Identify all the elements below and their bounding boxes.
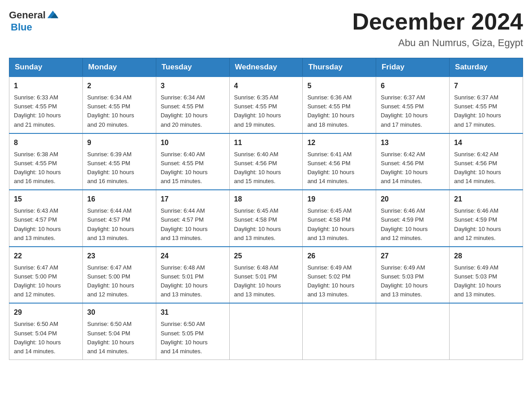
- day-number: 28: [454, 251, 518, 261]
- day-number: 10: [161, 137, 225, 148]
- table-row: 13Sunrise: 6:42 AMSunset: 4:56 PMDayligh…: [376, 133, 450, 190]
- day-number: 29: [14, 307, 78, 318]
- day-number: 6: [381, 81, 445, 91]
- table-row: 15Sunrise: 6:43 AMSunset: 4:57 PMDayligh…: [9, 190, 83, 247]
- day-number: 22: [14, 251, 78, 261]
- col-header-saturday: Saturday: [450, 58, 523, 77]
- table-row: 27Sunrise: 6:49 AMSunset: 5:03 PMDayligh…: [376, 247, 450, 304]
- day-number: 31: [161, 307, 225, 318]
- day-number: 12: [307, 137, 371, 148]
- day-number: 21: [454, 194, 518, 205]
- day-number: 18: [234, 194, 298, 205]
- logo-icon: [47, 9, 59, 21]
- table-row: 3Sunrise: 6:34 AMSunset: 4:55 PMDaylight…: [156, 77, 229, 133]
- table-row: 21Sunrise: 6:46 AMSunset: 4:59 PMDayligh…: [450, 190, 523, 247]
- day-info: Sunrise: 6:38 AMSunset: 4:55 PMDaylight:…: [14, 150, 78, 186]
- day-info: Sunrise: 6:45 AMSunset: 4:58 PMDaylight:…: [307, 206, 371, 243]
- table-row: 28Sunrise: 6:49 AMSunset: 5:03 PMDayligh…: [450, 247, 523, 304]
- day-info: Sunrise: 6:36 AMSunset: 4:55 PMDaylight:…: [307, 93, 371, 129]
- calendar-week-row: 22Sunrise: 6:47 AMSunset: 5:00 PMDayligh…: [9, 247, 523, 304]
- day-info: Sunrise: 6:47 AMSunset: 5:00 PMDaylight:…: [87, 263, 151, 300]
- day-info: Sunrise: 6:49 AMSunset: 5:03 PMDaylight:…: [381, 263, 445, 300]
- table-row: 26Sunrise: 6:49 AMSunset: 5:02 PMDayligh…: [303, 247, 376, 304]
- day-number: 25: [234, 251, 298, 261]
- day-info: Sunrise: 6:46 AMSunset: 4:59 PMDaylight:…: [381, 206, 445, 243]
- table-row: 9Sunrise: 6:39 AMSunset: 4:55 PMDaylight…: [82, 133, 156, 190]
- col-header-thursday: Thursday: [303, 58, 376, 77]
- calendar-week-row: 1Sunrise: 6:33 AMSunset: 4:55 PMDaylight…: [9, 77, 523, 133]
- table-row: 5Sunrise: 6:36 AMSunset: 4:55 PMDaylight…: [303, 77, 376, 133]
- day-number: 4: [234, 81, 298, 91]
- table-row: 19Sunrise: 6:45 AMSunset: 4:58 PMDayligh…: [303, 190, 376, 247]
- table-row: 30Sunrise: 6:50 AMSunset: 5:04 PMDayligh…: [82, 303, 156, 360]
- day-number: 15: [14, 194, 78, 205]
- table-row: 25Sunrise: 6:48 AMSunset: 5:01 PMDayligh…: [229, 247, 303, 304]
- col-header-monday: Monday: [82, 58, 156, 77]
- table-row: 12Sunrise: 6:41 AMSunset: 4:56 PMDayligh…: [303, 133, 376, 190]
- location: Abu an Numrus, Giza, Egypt: [352, 37, 523, 49]
- day-info: Sunrise: 6:40 AMSunset: 4:55 PMDaylight:…: [161, 150, 225, 186]
- day-number: 8: [14, 137, 78, 148]
- table-row: [450, 303, 523, 360]
- day-number: 3: [161, 81, 225, 91]
- day-info: Sunrise: 6:34 AMSunset: 4:55 PMDaylight:…: [161, 93, 225, 129]
- day-number: 26: [307, 251, 371, 261]
- day-number: 2: [87, 81, 151, 91]
- table-row: 14Sunrise: 6:42 AMSunset: 4:56 PMDayligh…: [450, 133, 523, 190]
- day-info: Sunrise: 6:40 AMSunset: 4:56 PMDaylight:…: [234, 150, 298, 186]
- calendar-header-row: Sunday Monday Tuesday Wednesday Thursday…: [9, 58, 523, 77]
- day-info: Sunrise: 6:41 AMSunset: 4:56 PMDaylight:…: [307, 150, 371, 186]
- table-row: 4Sunrise: 6:35 AMSunset: 4:55 PMDaylight…: [229, 77, 303, 133]
- day-info: Sunrise: 6:47 AMSunset: 5:00 PMDaylight:…: [14, 263, 78, 300]
- day-info: Sunrise: 6:48 AMSunset: 5:01 PMDaylight:…: [161, 263, 225, 300]
- day-number: 27: [381, 251, 445, 261]
- day-info: Sunrise: 6:50 AMSunset: 5:05 PMDaylight:…: [161, 320, 225, 356]
- table-row: 23Sunrise: 6:47 AMSunset: 5:00 PMDayligh…: [82, 247, 156, 304]
- day-info: Sunrise: 6:45 AMSunset: 4:58 PMDaylight:…: [234, 206, 298, 243]
- day-number: 23: [87, 251, 151, 261]
- table-row: 1Sunrise: 6:33 AMSunset: 4:55 PMDaylight…: [9, 77, 83, 133]
- title-section: December 2024 Abu an Numrus, Giza, Egypt: [352, 9, 523, 49]
- day-number: 11: [234, 137, 298, 148]
- day-number: 5: [307, 81, 371, 91]
- table-row: 2Sunrise: 6:34 AMSunset: 4:55 PMDaylight…: [82, 77, 156, 133]
- table-row: 20Sunrise: 6:46 AMSunset: 4:59 PMDayligh…: [376, 190, 450, 247]
- table-row: 22Sunrise: 6:47 AMSunset: 5:00 PMDayligh…: [9, 247, 83, 304]
- day-info: Sunrise: 6:50 AMSunset: 5:04 PMDaylight:…: [14, 320, 78, 356]
- month-title: December 2024: [352, 9, 523, 34]
- day-info: Sunrise: 6:44 AMSunset: 4:57 PMDaylight:…: [87, 206, 151, 243]
- day-info: Sunrise: 6:43 AMSunset: 4:57 PMDaylight:…: [14, 206, 78, 243]
- day-info: Sunrise: 6:50 AMSunset: 5:04 PMDaylight:…: [87, 320, 151, 356]
- logo-text-blue: Blue: [11, 21, 59, 33]
- table-row: 10Sunrise: 6:40 AMSunset: 4:55 PMDayligh…: [156, 133, 229, 190]
- day-number: 20: [381, 194, 445, 205]
- table-row: 24Sunrise: 6:48 AMSunset: 5:01 PMDayligh…: [156, 247, 229, 304]
- table-row: [303, 303, 376, 360]
- table-row: 6Sunrise: 6:37 AMSunset: 4:55 PMDaylight…: [376, 77, 450, 133]
- col-header-sunday: Sunday: [9, 58, 83, 77]
- day-info: Sunrise: 6:49 AMSunset: 5:02 PMDaylight:…: [307, 263, 371, 300]
- table-row: 11Sunrise: 6:40 AMSunset: 4:56 PMDayligh…: [229, 133, 303, 190]
- day-number: 14: [454, 137, 518, 148]
- col-header-wednesday: Wednesday: [229, 58, 303, 77]
- col-header-friday: Friday: [376, 58, 450, 77]
- page-header: General Blue December 2024 Abu an Numrus…: [9, 9, 523, 49]
- day-number: 16: [87, 194, 151, 205]
- day-number: 1: [14, 81, 78, 91]
- day-number: 24: [161, 251, 225, 261]
- logo: General Blue: [9, 9, 59, 33]
- table-row: [229, 303, 303, 360]
- calendar-week-row: 15Sunrise: 6:43 AMSunset: 4:57 PMDayligh…: [9, 190, 523, 247]
- day-info: Sunrise: 6:33 AMSunset: 4:55 PMDaylight:…: [14, 93, 78, 129]
- table-row: 17Sunrise: 6:44 AMSunset: 4:57 PMDayligh…: [156, 190, 229, 247]
- day-info: Sunrise: 6:49 AMSunset: 5:03 PMDaylight:…: [454, 263, 518, 300]
- day-info: Sunrise: 6:48 AMSunset: 5:01 PMDaylight:…: [234, 263, 298, 300]
- table-row: [376, 303, 450, 360]
- col-header-tuesday: Tuesday: [156, 58, 229, 77]
- day-number: 30: [87, 307, 151, 318]
- day-info: Sunrise: 6:44 AMSunset: 4:57 PMDaylight:…: [161, 206, 225, 243]
- logo-text-general: General: [9, 9, 46, 21]
- table-row: 29Sunrise: 6:50 AMSunset: 5:04 PMDayligh…: [9, 303, 83, 360]
- day-number: 9: [87, 137, 151, 148]
- table-row: 18Sunrise: 6:45 AMSunset: 4:58 PMDayligh…: [229, 190, 303, 247]
